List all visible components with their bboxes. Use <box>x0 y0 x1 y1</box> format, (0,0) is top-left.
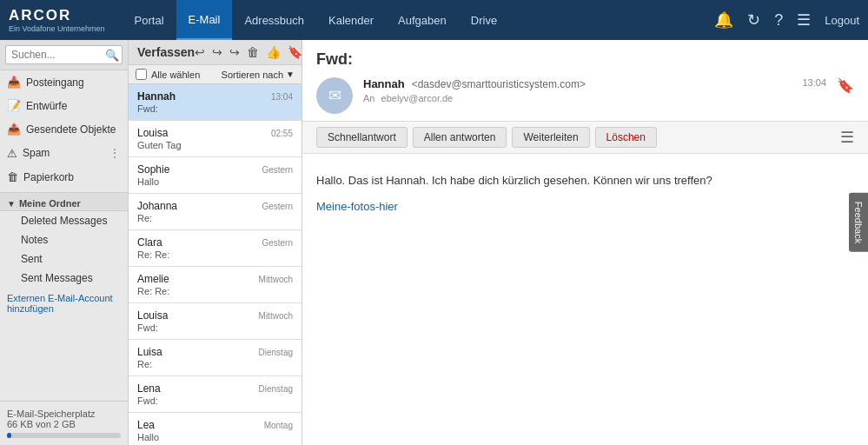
select-all-checkbox[interactable] <box>136 69 147 80</box>
extern-account-link2[interactable]: hinzufügen <box>7 303 121 314</box>
nav-right: 🔔 ↻ ? ☰ Logout <box>714 10 859 30</box>
actions-kebab-icon[interactable]: ☰ <box>840 128 854 147</box>
sidebar-item-spam[interactable]: ⚠ Spam ⋮ <box>0 141 128 165</box>
email-time: Mittwoch <box>259 275 293 284</box>
sidebar-item-entwuerfe[interactable]: 📝 Entwürfe <box>0 94 128 117</box>
list-item[interactable]: Louisa 02:55 Guten Tag <box>129 121 301 157</box>
toolbar-icons: ↩ ↪ ↪ 🗑 👍 🔖 📦 ☰ <box>195 45 302 59</box>
list-item[interactable]: Hannah 13:04 Fwd: <box>129 84 301 121</box>
email-time: 02:55 <box>271 129 293 138</box>
email-sender: Lena <box>137 382 161 395</box>
email-time: 13:04 <box>271 92 293 102</box>
reply-all-icon[interactable]: ↪ <box>212 45 222 59</box>
menu-icon[interactable]: ☰ <box>797 10 811 30</box>
sort-button[interactable]: Sortieren nach ▼ <box>222 70 295 80</box>
email-sender: Johanna <box>137 200 177 212</box>
email-time: Dienstag <box>259 348 293 357</box>
sidebar-item-entwuerfe-label: Entwürfe <box>26 100 67 112</box>
sidebar-item-notes-label: Notes <box>21 234 48 246</box>
email-list-header: Verfassen ↩ ↪ ↪ 🗑 👍 🔖 📦 ☰ <box>129 40 301 65</box>
sort-arrow-icon: ▼ <box>286 70 295 79</box>
email-sender: Amelie <box>137 273 169 285</box>
email-sender: Louisa <box>137 309 168 322</box>
sidebar-item-posteingang-label: Posteingang <box>26 76 84 89</box>
top-nav: ARCOR Ein Vodafone Unternehmen Portal E-… <box>0 0 868 40</box>
email-subject: Fwd: <box>137 395 293 406</box>
email-sender: Louisa <box>137 127 168 139</box>
avatar: ✉ <box>316 77 353 114</box>
email-from-line: Hannah <dasdev@smarttouristicsystem.com> <box>363 77 792 90</box>
allen-antworten-button[interactable]: Allen antworten <box>413 127 507 148</box>
forward-icon[interactable]: ↪ <box>229 45 240 59</box>
list-item[interactable]: Clara Gestern Re: Re: <box>129 230 301 267</box>
sidebar-item-sent[interactable]: Sent <box>0 249 128 269</box>
email-sender: Clara <box>137 236 162 249</box>
email-sender: Luisa <box>137 346 162 358</box>
email-subject: Hallo <box>137 176 293 187</box>
list-item[interactable]: Luisa Dienstag Re: <box>129 340 301 376</box>
bell-icon[interactable]: 🔔 <box>714 10 733 30</box>
spam-kebab-icon[interactable]: ⋮ <box>109 146 121 160</box>
list-item[interactable]: Johanna Gestern Re: <box>129 194 301 230</box>
logo-text: ARCOR <box>9 7 105 24</box>
email-timestamp: 13:04 <box>802 77 826 88</box>
logout-button[interactable]: Logout <box>825 14 859 27</box>
sidebar-item-gesendete[interactable]: 📤 Gesendete Objekte <box>0 117 128 141</box>
sidebar-item-papierkorb-label: Papierkorb <box>23 171 74 183</box>
list-item[interactable]: Sophie Gestern Hallo <box>129 157 301 194</box>
list-item[interactable]: Lena Dienstag Fwd: <box>129 376 301 413</box>
feedback-tab[interactable]: Feedback <box>849 193 868 252</box>
entwuerfe-icon: 📝 <box>7 99 21 112</box>
sidebar-item-deleted[interactable]: Deleted Messages <box>0 211 128 230</box>
sidebar-item-sent-messages-label: Sent Messages <box>21 272 93 284</box>
meine-ordner-section[interactable]: ▼ Meine Ordner <box>0 192 128 211</box>
help-icon[interactable]: ? <box>774 11 783 30</box>
extern-account-link[interactable]: Externen E-Mail-Account <box>7 293 121 303</box>
reply-icon[interactable]: ↩ <box>195 45 205 59</box>
email-time: Mittwoch <box>259 311 293 321</box>
search-area: 🔍 <box>0 40 128 70</box>
list-item[interactable]: Louisa Mittwoch Fwd: <box>129 303 301 340</box>
email-icon: ✉ <box>328 86 341 105</box>
to-label: An <box>363 93 374 103</box>
storage-bar-inner <box>7 433 11 438</box>
list-item[interactable]: Lea Montag Hallo <box>129 413 301 445</box>
schnellantwort-button[interactable]: Schnellantwort <box>316 127 407 148</box>
sidebar-item-gesendete-label: Gesendete Objekte <box>26 123 116 136</box>
email-subject: Fwd: <box>137 103 293 114</box>
sort-label: Sortieren nach <box>222 70 284 80</box>
nav-link-portal[interactable]: Portal <box>123 0 176 40</box>
weiterleiten-button[interactable]: Weiterleiten <box>512 127 589 148</box>
thumbsup-icon[interactable]: 👍 <box>266 45 281 59</box>
sidebar-item-sent-messages[interactable]: Sent Messages <box>0 269 128 288</box>
loeschen-button[interactable]: Löschen <box>595 127 657 148</box>
storage-area: E-Mail-Speicherplatz 66 KB von 2 GB <box>0 401 128 445</box>
email-sender: Lea <box>137 419 155 431</box>
email-body-text: Hallo. Das ist Hannah. Ich habe dich kür… <box>316 171 854 190</box>
nav-link-aufgaben[interactable]: Aufgaben <box>386 0 459 40</box>
refresh-icon[interactable]: ↻ <box>747 10 760 30</box>
collapse-arrow-icon: ▼ <box>7 199 16 209</box>
sidebar-item-sent-label: Sent <box>21 253 43 265</box>
bookmark-email-icon[interactable]: 🔖 <box>837 77 854 94</box>
sidebar-item-notes[interactable]: Notes <box>0 230 128 249</box>
list-item[interactable]: Amelie Mittwoch Re: Re: <box>129 267 301 303</box>
email-from-name: Hannah <box>363 77 405 90</box>
sidebar-item-posteingang[interactable]: 📥 Posteingang <box>0 70 128 94</box>
email-list-title: Verfassen <box>137 45 195 59</box>
email-body-link[interactable]: Meine-fotos-hier <box>316 200 398 213</box>
email-subject: Re: Re: <box>137 249 293 260</box>
filter-row: Alle wählen Sortieren nach ▼ <box>129 65 301 84</box>
nav-link-email[interactable]: E-Mail <box>176 0 233 40</box>
sidebar-item-papierkorb[interactable]: 🗑 Papierkorb <box>0 165 128 189</box>
nav-link-drive[interactable]: Drive <box>459 0 509 40</box>
delete-icon[interactable]: 🗑 <box>247 45 259 59</box>
bookmark-icon[interactable]: 🔖 <box>288 45 302 59</box>
filter-label: Alle wählen <box>151 70 200 80</box>
nav-link-adressbuch[interactable]: Adressbuch <box>232 0 316 40</box>
sidebar-item-deleted-label: Deleted Messages <box>21 215 107 227</box>
email-view: Fwd: ✉ Hannah <dasdev@smarttouristicsyst… <box>302 40 868 445</box>
nav-link-kalender[interactable]: Kalender <box>316 0 386 40</box>
email-time: Gestern <box>262 238 293 248</box>
nav-links: Portal E-Mail Adressbuch Kalender Aufgab… <box>123 0 715 40</box>
